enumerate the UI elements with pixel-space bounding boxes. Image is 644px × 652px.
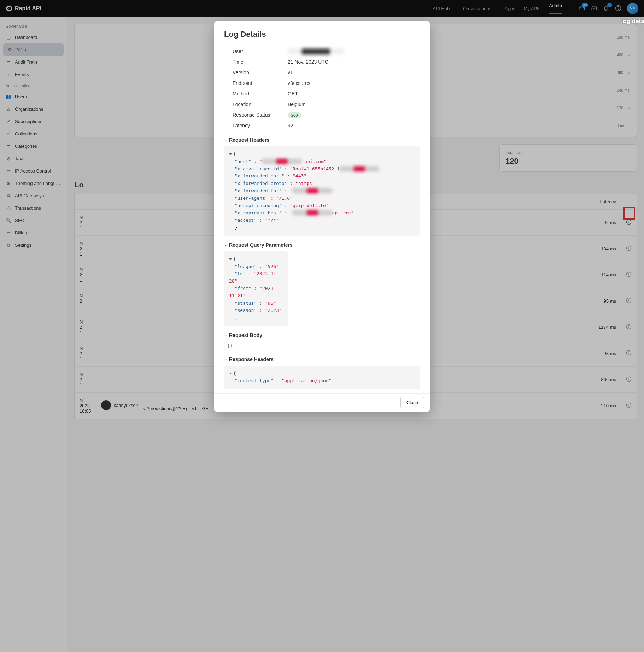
value-time: 21 Nov, 2023 UTC <box>288 59 420 65</box>
modal-title: Log Details <box>224 30 420 39</box>
value-user: ████████ <box>288 48 344 54</box>
label-endpoint: Endpoint <box>224 80 288 86</box>
section-request-body[interactable]: ⌄Request Body <box>224 332 420 338</box>
label-status: Response Status <box>224 112 288 118</box>
label-location: Location <box>224 101 288 107</box>
chevron-down-icon: ⌄ <box>224 138 227 142</box>
value-endpoint: v3/fixtures <box>288 80 420 86</box>
value-status: 200 <box>288 112 301 118</box>
chevron-down-icon: ⌄ <box>224 357 227 361</box>
request-query-code: { "league" : "526" "to" : "2023-11-28" "… <box>224 251 288 326</box>
section-request-query[interactable]: ⌄Request Query Parameters <box>224 242 420 248</box>
value-method: GET <box>288 91 420 97</box>
label-method: Method <box>224 91 288 97</box>
label-user: User <box>224 48 288 54</box>
request-headers-code: { "host" : "████ api.com" "x-amzn-trace-… <box>224 146 420 236</box>
label-latency: Latency <box>224 123 288 128</box>
label-time: Time <box>224 59 288 65</box>
section-response-headers[interactable]: ⌄Response Headers <box>224 356 420 362</box>
label-version: Version <box>224 70 288 75</box>
request-body-empty: {} <box>224 342 235 350</box>
log-details-modal: Log Details User████████ Time21 Nov, 202… <box>214 21 430 412</box>
response-headers-code: { "content-type" : "application/json" <box>224 366 420 389</box>
modal-overlay[interactable]: Log Details User████████ Time21 Nov, 202… <box>0 0 644 652</box>
section-request-headers[interactable]: ⌄Request Headers <box>224 137 420 143</box>
value-latency: 92 <box>288 123 420 128</box>
value-location: Belgium <box>288 101 420 107</box>
chevron-down-icon: ⌄ <box>224 333 227 337</box>
value-version: v1 <box>288 70 420 75</box>
close-button[interactable]: Close <box>400 397 424 408</box>
callout-text: Click to displaylog details <box>614 17 644 25</box>
chevron-down-icon: ⌄ <box>224 243 227 247</box>
